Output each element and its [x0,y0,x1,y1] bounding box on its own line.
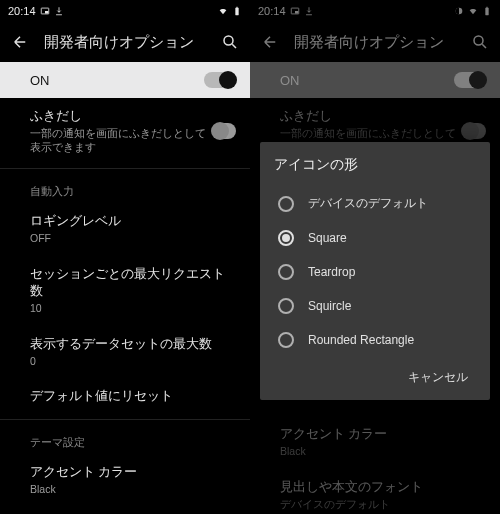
radio-icon [278,230,294,246]
setting-max-requests[interactable]: セッションごとの最大リクエスト数 10 [0,256,250,326]
search-icon[interactable] [220,32,240,52]
picture-in-picture-icon [290,6,300,16]
svg-point-10 [474,36,483,45]
master-toggle-switch[interactable] [204,72,236,88]
app-bar: 開発者向けオプション [0,22,250,62]
setting-value: Black [30,483,232,497]
radio-option-squircle[interactable]: Squircle [274,289,476,323]
status-time: 20:14 [258,5,286,17]
svg-rect-9 [486,7,488,8]
setting-title: ロギングレベル [30,213,232,230]
picture-in-picture-icon [40,6,50,16]
radio-icon [278,298,294,314]
setting-title: ふきだし [30,108,212,125]
radio-option-rounded-rectangle[interactable]: Rounded Rectangle [274,323,476,357]
setting-font[interactable]: 見出しや本文のフォント デバイスのデフォルト [0,507,250,514]
setting-title: 表示するデータセットの最大数 [30,336,232,353]
svg-rect-2 [235,8,238,16]
svg-rect-3 [236,7,238,8]
setting-max-datasets[interactable]: 表示するデータセットの最大数 0 [0,326,250,379]
setting-desc: 一部の通知を画面にふきだしとして表示できます [30,127,212,154]
setting-value: OFF [30,232,232,246]
radio-label: Square [308,231,347,245]
svg-rect-8 [485,8,488,16]
radio-label: Rounded Rectangle [308,333,414,347]
divider [0,419,250,420]
section-autofill: 自動入力 [0,173,250,203]
download-icon [304,6,314,16]
page-title: 開発者向けオプション [44,33,206,52]
status-time: 20:14 [8,5,36,17]
setting-value: 0 [30,355,232,369]
contrast-icon [454,6,464,16]
back-icon[interactable] [260,32,280,52]
setting-logging-level[interactable]: ロギングレベル OFF [0,203,250,256]
status-bar: 20:14 [0,0,250,22]
right-screenshot: 20:14 開発者向けオプション [250,0,500,514]
wifi-icon [468,6,478,16]
cancel-button[interactable]: キャンセル [400,363,476,392]
search-icon[interactable] [470,32,490,52]
svg-rect-6 [295,11,298,14]
wifi-icon [218,6,228,16]
page-title: 開発者向けオプション [294,33,456,52]
radio-icon [278,264,294,280]
left-screenshot: 20:14 開発者向けオプション ON [0,0,250,514]
radio-option-teardrop[interactable]: Teardrop [274,255,476,289]
battery-icon [482,6,492,16]
svg-rect-1 [45,11,48,14]
setting-value: 10 [30,302,232,316]
radio-icon [278,196,294,212]
setting-accent-color[interactable]: アクセント カラー Black [0,454,250,507]
radio-icon [278,332,294,348]
setting-fukidashi[interactable]: ふきだし 一部の通知を画面にふきだしとして表示できます [0,98,250,164]
fukidashi-switch[interactable] [212,123,236,139]
back-icon[interactable] [10,32,30,52]
setting-title: デフォルト値にリセット [30,388,232,405]
master-toggle-row[interactable]: ON [0,62,250,98]
setting-title: アクセント カラー [30,464,232,481]
setting-reset-defaults[interactable]: デフォルト値にリセット [0,378,250,415]
app-bar: 開発者向けオプション [250,22,500,62]
radio-option-square[interactable]: Square [274,221,476,255]
radio-label: Teardrop [308,265,355,279]
dialog-title: アイコンの形 [274,156,476,174]
master-toggle-label: ON [14,73,50,88]
battery-icon [232,6,242,16]
divider [0,168,250,169]
svg-point-4 [224,36,233,45]
radio-label: Squircle [308,299,351,313]
icon-shape-dialog: アイコンの形 デバイスのデフォルト Square Teardrop Squirc… [260,142,490,400]
status-bar: 20:14 [250,0,500,22]
radio-option-default[interactable]: デバイスのデフォルト [274,186,476,221]
radio-label: デバイスのデフォルト [308,195,428,212]
download-icon [54,6,64,16]
setting-title: セッションごとの最大リクエスト数 [30,266,232,300]
section-theme: テーマ設定 [0,424,250,454]
